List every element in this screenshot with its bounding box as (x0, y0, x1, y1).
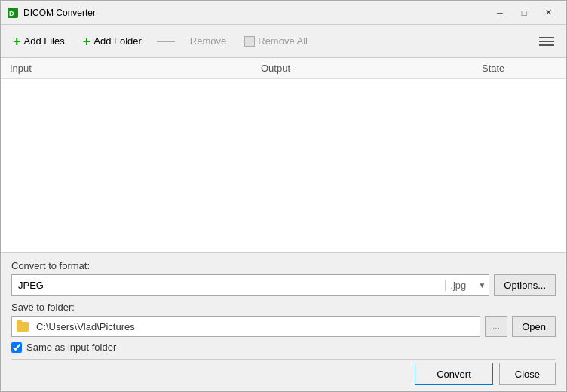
same-as-input-checkbox[interactable] (11, 342, 22, 353)
remove-all-label: Remove All (258, 35, 308, 47)
remove-all-button[interactable]: Remove All (238, 32, 314, 50)
toolbar-divider (157, 41, 175, 42)
browse-button[interactable]: ... (485, 316, 507, 337)
main-window: D DICOM Converter ─ □ ✕ + Add Files + Ad… (0, 0, 567, 392)
same-as-input-label[interactable]: Same as input folder (26, 341, 116, 353)
close-button[interactable]: ✕ (536, 4, 560, 22)
remove-label: Remove (190, 35, 226, 47)
app-icon: D (7, 7, 19, 19)
title-bar: D DICOM Converter ─ □ ✕ (1, 1, 566, 25)
add-folder-icon: + (83, 35, 91, 48)
folder-icon (17, 322, 29, 332)
menu-line-3 (539, 44, 554, 46)
convert-button[interactable]: Convert (415, 363, 493, 385)
folder-icon-box (15, 320, 30, 333)
extension-wrapper: .jpg .jpeg ▼ (445, 280, 489, 291)
add-folder-label: Add Folder (93, 35, 142, 47)
bottom-panel: Convert to format: JPEG PNG BMP TIFF .jp… (1, 253, 566, 391)
hamburger-menu-button[interactable] (533, 32, 560, 51)
add-files-button[interactable]: + Add Files (7, 32, 71, 51)
format-label: Convert to format: (11, 260, 556, 271)
window-controls: ─ □ ✕ (488, 4, 560, 22)
maximize-button[interactable]: □ (512, 4, 536, 22)
add-files-icon: + (13, 35, 21, 48)
minimize-button[interactable]: ─ (488, 4, 512, 22)
options-button[interactable]: Options... (494, 274, 556, 296)
folder-input-wrapper (11, 316, 480, 337)
close-action-button[interactable]: Close (499, 363, 556, 385)
extension-select[interactable]: .jpg .jpeg (450, 280, 484, 291)
action-row: Convert Close (11, 359, 556, 385)
open-folder-button[interactable]: Open (512, 316, 556, 337)
folder-path-input[interactable] (30, 321, 480, 332)
window-title: DICOM Converter (23, 8, 488, 18)
svg-text:D: D (9, 10, 14, 17)
save-controls: ... Open (11, 316, 556, 337)
same-as-input-row: Same as input folder (11, 341, 556, 353)
add-files-label: Add Files (24, 35, 65, 47)
format-select-wrapper: JPEG PNG BMP TIFF .jpg .jpeg ▼ (11, 274, 489, 296)
add-folder-button[interactable]: + Add Folder (77, 32, 148, 51)
save-label: Save to folder: (11, 302, 556, 313)
menu-line-1 (539, 37, 554, 38)
file-list-header: Input Output State (1, 58, 566, 79)
remove-all-icon (244, 36, 255, 47)
file-list-body (1, 79, 566, 252)
col-state-header: State (482, 63, 557, 74)
format-controls: JPEG PNG BMP TIFF .jpg .jpeg ▼ Options..… (11, 274, 556, 296)
toolbar: + Add Files + Add Folder Remove Remove A… (1, 25, 566, 58)
file-list: Input Output State (1, 58, 566, 253)
format-section: Convert to format: JPEG PNG BMP TIFF .jp… (11, 260, 556, 296)
save-folder-section: Save to folder: ... Open (11, 302, 556, 337)
remove-button[interactable]: Remove (184, 32, 232, 50)
col-output-header: Output (231, 63, 482, 74)
col-input-header: Input (10, 63, 231, 74)
format-select[interactable]: JPEG PNG BMP TIFF (12, 280, 445, 291)
menu-line-2 (539, 41, 554, 42)
